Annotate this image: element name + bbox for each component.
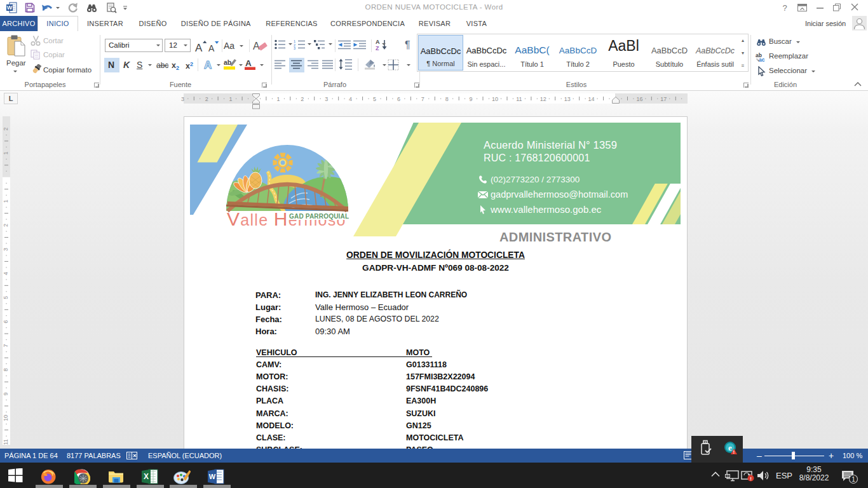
svg-text:7: 7 (3, 344, 9, 348)
svg-text:Z: Z (376, 45, 379, 51)
svg-text:3: 3 (325, 96, 328, 102)
svg-text:2: 2 (301, 96, 304, 102)
svg-text:!: ! (750, 476, 752, 482)
svg-text:1: 1 (851, 476, 855, 483)
svg-text:10: 10 (492, 96, 498, 102)
svg-text:A: A (204, 59, 212, 71)
svg-text:X: X (144, 472, 149, 481)
svg-text:¶: ¶ (405, 39, 410, 50)
svg-text:12: 12 (540, 96, 546, 102)
svg-text:4: 4 (3, 272, 9, 275)
svg-text:5: 5 (3, 296, 9, 299)
svg-text:10: 10 (3, 415, 9, 421)
svg-text:2: 2 (205, 96, 208, 102)
svg-text:?: ? (782, 3, 787, 12)
svg-text:16: 16 (636, 96, 642, 102)
svg-text:1: 1 (276, 96, 280, 102)
svg-text:4: 4 (349, 96, 352, 102)
svg-text:1: 1 (229, 96, 233, 102)
svg-text:11: 11 (516, 96, 522, 102)
svg-text:11: 11 (3, 439, 9, 445)
svg-text:9: 9 (3, 392, 9, 395)
svg-text:A: A (195, 42, 203, 53)
svg-text:3: 3 (294, 46, 295, 50)
svg-text:e: e (728, 443, 732, 452)
svg-text:6: 6 (397, 96, 400, 102)
svg-text:W: W (209, 473, 216, 480)
svg-text:6: 6 (3, 320, 9, 323)
svg-text:W: W (7, 4, 13, 11)
svg-text:A: A (376, 39, 380, 45)
svg-text:!: ! (733, 450, 735, 454)
svg-text:7: 7 (421, 96, 424, 102)
svg-text:2: 2 (3, 127, 9, 130)
svg-text:17: 17 (660, 96, 667, 102)
svg-text:3: 3 (3, 248, 9, 251)
svg-text:13: 13 (564, 96, 571, 102)
svg-text:3: 3 (181, 96, 184, 102)
svg-text:8: 8 (3, 368, 9, 371)
svg-text:A: A (245, 58, 252, 68)
svg-text:ac: ac (759, 57, 765, 62)
svg-text:9: 9 (470, 96, 473, 102)
svg-text:5: 5 (373, 96, 376, 102)
svg-text:14: 14 (588, 96, 595, 102)
svg-text:A: A (253, 41, 260, 51)
svg-text:8: 8 (445, 96, 449, 102)
svg-text:1: 1 (3, 151, 9, 154)
svg-text:1: 1 (3, 200, 9, 203)
svg-text:A: A (208, 43, 215, 53)
svg-text:2: 2 (3, 224, 9, 227)
